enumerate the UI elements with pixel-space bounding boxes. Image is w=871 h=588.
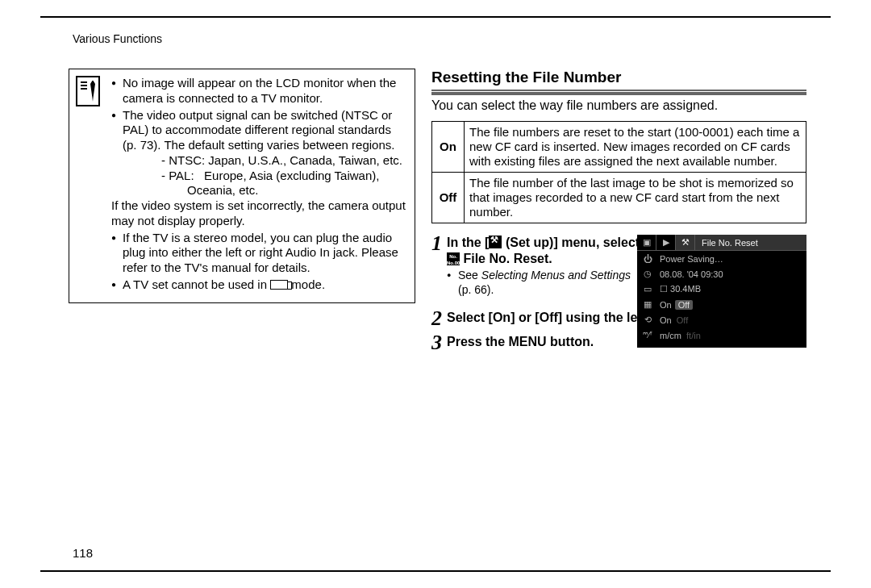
step-1: 1 In the [ (Set up)] menu, select No.No.… [431, 235, 806, 297]
lcd-screenshot: ▣ ▶ ⚒ File No. Reset ⏻Power Saving… ◷08.… [637, 235, 806, 348]
step-note: See Selecting Menus and Settings (p. 66)… [447, 269, 640, 297]
setup-tools-icon [489, 236, 502, 248]
opt-val: The file numbers are reset to the start … [465, 122, 806, 173]
step-number: 1 [431, 233, 442, 297]
opt-val: The file number of the last image to be … [465, 173, 806, 223]
intro-text: You can select the way file numbers are … [431, 98, 806, 113]
note-bullet: The video output signal can be switched … [111, 108, 406, 229]
table-row: Off The file number of the last image to… [432, 173, 806, 223]
card-icon: ▭ [640, 284, 655, 294]
step-number: 2 [431, 308, 442, 329]
camcorder-mode-icon [270, 280, 288, 290]
lcd-tab-rec-icon: ▣ [637, 235, 656, 250]
left-note-box: No image will appear on the LCD monitor … [69, 69, 415, 303]
unit-icon: ᵐ⁄ᶠ [640, 330, 655, 340]
note-bullet: No image will appear on the LCD monitor … [111, 76, 406, 106]
lcd-tab-setup-icon: ⚒ [676, 235, 695, 250]
section-title: Resetting the File Number [431, 69, 806, 86]
right-column: Resetting the File Number You can select… [431, 69, 806, 358]
opt-key: On [432, 122, 465, 173]
file-no-reset-icon: No.No.00 [447, 252, 460, 265]
page-number: 118 [73, 546, 93, 560]
section-header: Various Functions [73, 32, 162, 45]
note-icon [76, 76, 100, 106]
note-bullet: If the TV is a stereo model, you can plu… [111, 231, 406, 276]
opt-key: Off [432, 173, 465, 223]
note-bullet: A TV set cannot be used in mode. [111, 277, 406, 293]
lcd-tab-play-icon: ▶ [656, 235, 676, 250]
heading-rule [431, 90, 806, 91]
step-number: 3 [431, 332, 442, 353]
lcd-tab-title: File No. Reset [695, 235, 806, 250]
power-icon: ⏻ [640, 254, 655, 264]
clock-icon: ◷ [640, 269, 655, 279]
options-table: On The file numbers are reset to the sta… [431, 121, 806, 223]
table-row: On The file numbers are reset to the sta… [432, 122, 806, 173]
file-no-icon: ▦ [640, 299, 655, 310]
rotate-icon: ⟲ [640, 315, 655, 325]
